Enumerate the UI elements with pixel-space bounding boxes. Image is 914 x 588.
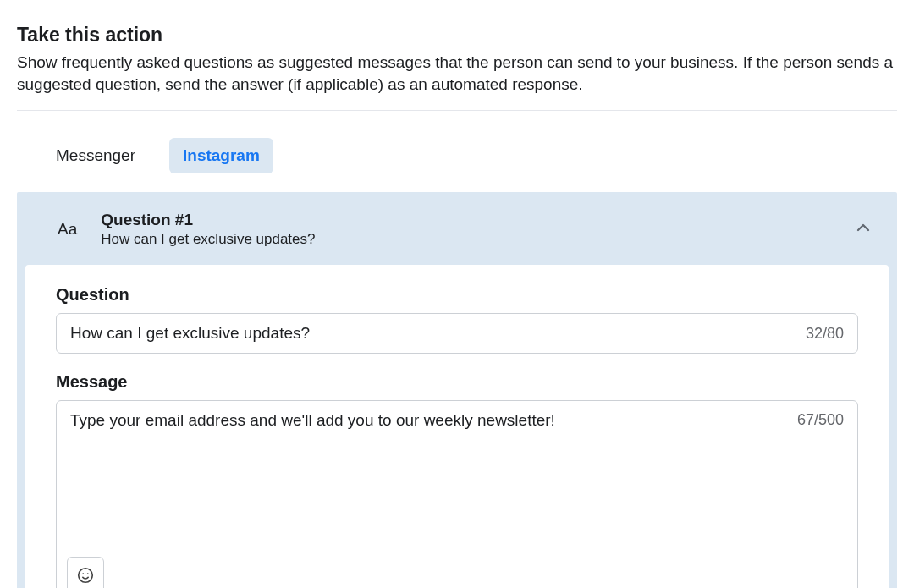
question-input[interactable]: [57, 314, 857, 353]
question-field-block: Question 32/80: [56, 285, 858, 354]
section-divider: [17, 110, 897, 111]
question-number-title: Question #1: [101, 211, 850, 229]
emoji-icon: [76, 566, 95, 585]
svg-point-1: [82, 574, 84, 575]
tab-messenger[interactable]: Messenger: [42, 138, 149, 173]
page-title: Take this action: [17, 24, 897, 47]
chevron-up-icon[interactable]: [850, 214, 877, 245]
text-style-icon: Aa: [58, 220, 77, 239]
question-char-count: 32/80: [806, 325, 844, 343]
message-field-label: Message: [56, 372, 858, 392]
question-input-wrap: 32/80: [56, 313, 858, 354]
tab-instagram[interactable]: Instagram: [169, 138, 273, 173]
question-preview-text: How can I get exclusive updates?: [101, 231, 850, 248]
message-textarea[interactable]: [57, 401, 857, 588]
message-char-count: 67/500: [797, 411, 844, 429]
svg-point-2: [87, 574, 89, 575]
question-field-label: Question: [56, 285, 858, 305]
platform-tabs: Messenger Instagram: [17, 138, 897, 173]
question-panel: Aa Question #1 How can I get exclusive u…: [17, 192, 897, 588]
svg-point-0: [79, 569, 93, 583]
question-panel-header[interactable]: Aa Question #1 How can I get exclusive u…: [17, 192, 897, 265]
message-textarea-wrap: 67/500: [56, 400, 858, 588]
question-panel-header-text: Question #1 How can I get exclusive upda…: [101, 211, 850, 248]
page-description: Show frequently asked questions as sugge…: [17, 52, 897, 95]
question-panel-body: Question 32/80 Message 67/500: [25, 265, 889, 588]
message-field-block: Message 67/500: [56, 372, 858, 588]
emoji-picker-button[interactable]: [67, 557, 104, 588]
